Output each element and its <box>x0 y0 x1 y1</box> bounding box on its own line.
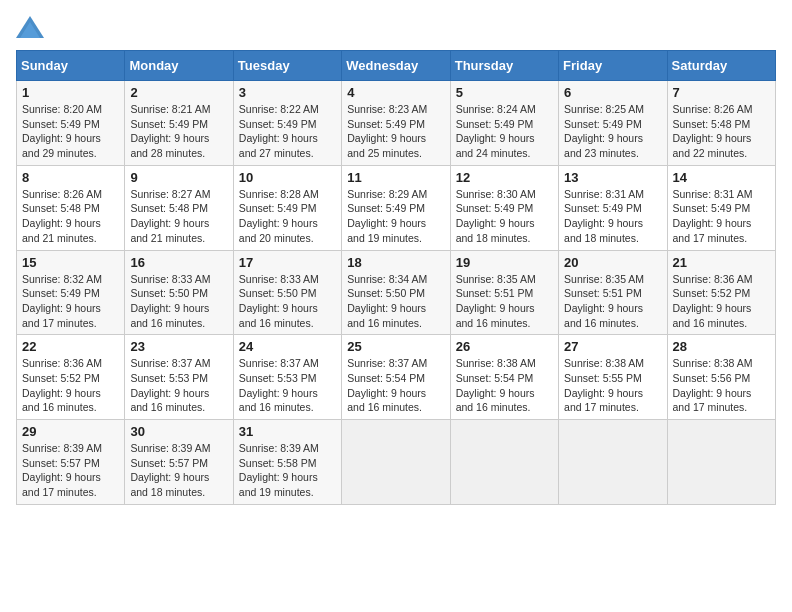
calendar-cell: 26 Sunrise: 8:38 AMSunset: 5:54 PMDaylig… <box>450 335 558 420</box>
day-info: Sunrise: 8:39 AMSunset: 5:57 PMDaylight:… <box>130 441 227 500</box>
calendar-cell: 4 Sunrise: 8:23 AMSunset: 5:49 PMDayligh… <box>342 81 450 166</box>
day-info: Sunrise: 8:26 AMSunset: 5:48 PMDaylight:… <box>22 187 119 246</box>
day-info: Sunrise: 8:35 AMSunset: 5:51 PMDaylight:… <box>564 272 661 331</box>
day-number: 12 <box>456 170 553 185</box>
day-info: Sunrise: 8:34 AMSunset: 5:50 PMDaylight:… <box>347 272 444 331</box>
calendar-cell: 31 Sunrise: 8:39 AMSunset: 5:58 PMDaylig… <box>233 420 341 505</box>
calendar-body: 1 Sunrise: 8:20 AMSunset: 5:49 PMDayligh… <box>17 81 776 505</box>
day-number: 3 <box>239 85 336 100</box>
calendar-cell: 1 Sunrise: 8:20 AMSunset: 5:49 PMDayligh… <box>17 81 125 166</box>
day-number: 29 <box>22 424 119 439</box>
day-of-week-header: Saturday <box>667 51 775 81</box>
day-number: 10 <box>239 170 336 185</box>
day-number: 19 <box>456 255 553 270</box>
day-info: Sunrise: 8:28 AMSunset: 5:49 PMDaylight:… <box>239 187 336 246</box>
calendar-cell: 30 Sunrise: 8:39 AMSunset: 5:57 PMDaylig… <box>125 420 233 505</box>
day-number: 30 <box>130 424 227 439</box>
calendar-cell: 17 Sunrise: 8:33 AMSunset: 5:50 PMDaylig… <box>233 250 341 335</box>
calendar-header-row: SundayMondayTuesdayWednesdayThursdayFrid… <box>17 51 776 81</box>
day-number: 7 <box>673 85 770 100</box>
day-info: Sunrise: 8:29 AMSunset: 5:49 PMDaylight:… <box>347 187 444 246</box>
calendar-cell: 25 Sunrise: 8:37 AMSunset: 5:54 PMDaylig… <box>342 335 450 420</box>
day-number: 5 <box>456 85 553 100</box>
calendar-cell <box>450 420 558 505</box>
day-number: 21 <box>673 255 770 270</box>
calendar-cell: 20 Sunrise: 8:35 AMSunset: 5:51 PMDaylig… <box>559 250 667 335</box>
day-info: Sunrise: 8:32 AMSunset: 5:49 PMDaylight:… <box>22 272 119 331</box>
day-info: Sunrise: 8:33 AMSunset: 5:50 PMDaylight:… <box>239 272 336 331</box>
day-number: 31 <box>239 424 336 439</box>
logo-icon <box>16 16 44 38</box>
day-number: 28 <box>673 339 770 354</box>
calendar-week-row: 1 Sunrise: 8:20 AMSunset: 5:49 PMDayligh… <box>17 81 776 166</box>
calendar-cell <box>342 420 450 505</box>
calendar-cell: 16 Sunrise: 8:33 AMSunset: 5:50 PMDaylig… <box>125 250 233 335</box>
day-of-week-header: Thursday <box>450 51 558 81</box>
day-number: 9 <box>130 170 227 185</box>
day-number: 6 <box>564 85 661 100</box>
calendar-cell: 9 Sunrise: 8:27 AMSunset: 5:48 PMDayligh… <box>125 165 233 250</box>
day-number: 16 <box>130 255 227 270</box>
calendar-cell: 21 Sunrise: 8:36 AMSunset: 5:52 PMDaylig… <box>667 250 775 335</box>
calendar-cell: 7 Sunrise: 8:26 AMSunset: 5:48 PMDayligh… <box>667 81 775 166</box>
calendar-cell: 22 Sunrise: 8:36 AMSunset: 5:52 PMDaylig… <box>17 335 125 420</box>
day-number: 8 <box>22 170 119 185</box>
day-info: Sunrise: 8:27 AMSunset: 5:48 PMDaylight:… <box>130 187 227 246</box>
day-of-week-header: Tuesday <box>233 51 341 81</box>
calendar-cell: 8 Sunrise: 8:26 AMSunset: 5:48 PMDayligh… <box>17 165 125 250</box>
day-number: 14 <box>673 170 770 185</box>
calendar-cell <box>559 420 667 505</box>
day-info: Sunrise: 8:26 AMSunset: 5:48 PMDaylight:… <box>673 102 770 161</box>
calendar-cell: 12 Sunrise: 8:30 AMSunset: 5:49 PMDaylig… <box>450 165 558 250</box>
calendar-cell: 18 Sunrise: 8:34 AMSunset: 5:50 PMDaylig… <box>342 250 450 335</box>
day-number: 4 <box>347 85 444 100</box>
calendar-cell: 27 Sunrise: 8:38 AMSunset: 5:55 PMDaylig… <box>559 335 667 420</box>
logo <box>16 16 48 38</box>
day-of-week-header: Wednesday <box>342 51 450 81</box>
day-number: 26 <box>456 339 553 354</box>
calendar-cell: 3 Sunrise: 8:22 AMSunset: 5:49 PMDayligh… <box>233 81 341 166</box>
calendar-cell: 6 Sunrise: 8:25 AMSunset: 5:49 PMDayligh… <box>559 81 667 166</box>
day-info: Sunrise: 8:36 AMSunset: 5:52 PMDaylight:… <box>22 356 119 415</box>
day-number: 25 <box>347 339 444 354</box>
calendar-cell: 13 Sunrise: 8:31 AMSunset: 5:49 PMDaylig… <box>559 165 667 250</box>
day-number: 18 <box>347 255 444 270</box>
day-info: Sunrise: 8:23 AMSunset: 5:49 PMDaylight:… <box>347 102 444 161</box>
calendar-cell: 10 Sunrise: 8:28 AMSunset: 5:49 PMDaylig… <box>233 165 341 250</box>
day-info: Sunrise: 8:38 AMSunset: 5:56 PMDaylight:… <box>673 356 770 415</box>
calendar-cell: 2 Sunrise: 8:21 AMSunset: 5:49 PMDayligh… <box>125 81 233 166</box>
day-info: Sunrise: 8:22 AMSunset: 5:49 PMDaylight:… <box>239 102 336 161</box>
page-header <box>16 16 776 38</box>
calendar-cell: 28 Sunrise: 8:38 AMSunset: 5:56 PMDaylig… <box>667 335 775 420</box>
day-info: Sunrise: 8:35 AMSunset: 5:51 PMDaylight:… <box>456 272 553 331</box>
calendar-cell: 14 Sunrise: 8:31 AMSunset: 5:49 PMDaylig… <box>667 165 775 250</box>
day-info: Sunrise: 8:25 AMSunset: 5:49 PMDaylight:… <box>564 102 661 161</box>
day-number: 27 <box>564 339 661 354</box>
day-of-week-header: Friday <box>559 51 667 81</box>
calendar-week-row: 15 Sunrise: 8:32 AMSunset: 5:49 PMDaylig… <box>17 250 776 335</box>
calendar-cell: 29 Sunrise: 8:39 AMSunset: 5:57 PMDaylig… <box>17 420 125 505</box>
calendar-cell: 23 Sunrise: 8:37 AMSunset: 5:53 PMDaylig… <box>125 335 233 420</box>
day-number: 15 <box>22 255 119 270</box>
day-info: Sunrise: 8:36 AMSunset: 5:52 PMDaylight:… <box>673 272 770 331</box>
day-info: Sunrise: 8:39 AMSunset: 5:58 PMDaylight:… <box>239 441 336 500</box>
day-info: Sunrise: 8:37 AMSunset: 5:53 PMDaylight:… <box>239 356 336 415</box>
calendar-cell: 11 Sunrise: 8:29 AMSunset: 5:49 PMDaylig… <box>342 165 450 250</box>
calendar-table: SundayMondayTuesdayWednesdayThursdayFrid… <box>16 50 776 505</box>
day-info: Sunrise: 8:39 AMSunset: 5:57 PMDaylight:… <box>22 441 119 500</box>
day-number: 13 <box>564 170 661 185</box>
calendar-cell: 19 Sunrise: 8:35 AMSunset: 5:51 PMDaylig… <box>450 250 558 335</box>
day-info: Sunrise: 8:30 AMSunset: 5:49 PMDaylight:… <box>456 187 553 246</box>
calendar-week-row: 29 Sunrise: 8:39 AMSunset: 5:57 PMDaylig… <box>17 420 776 505</box>
day-info: Sunrise: 8:20 AMSunset: 5:49 PMDaylight:… <box>22 102 119 161</box>
day-of-week-header: Monday <box>125 51 233 81</box>
day-info: Sunrise: 8:21 AMSunset: 5:49 PMDaylight:… <box>130 102 227 161</box>
day-info: Sunrise: 8:24 AMSunset: 5:49 PMDaylight:… <box>456 102 553 161</box>
day-info: Sunrise: 8:31 AMSunset: 5:49 PMDaylight:… <box>673 187 770 246</box>
calendar-week-row: 22 Sunrise: 8:36 AMSunset: 5:52 PMDaylig… <box>17 335 776 420</box>
calendar-cell: 15 Sunrise: 8:32 AMSunset: 5:49 PMDaylig… <box>17 250 125 335</box>
day-number: 20 <box>564 255 661 270</box>
day-info: Sunrise: 8:38 AMSunset: 5:54 PMDaylight:… <box>456 356 553 415</box>
calendar-cell <box>667 420 775 505</box>
day-info: Sunrise: 8:31 AMSunset: 5:49 PMDaylight:… <box>564 187 661 246</box>
